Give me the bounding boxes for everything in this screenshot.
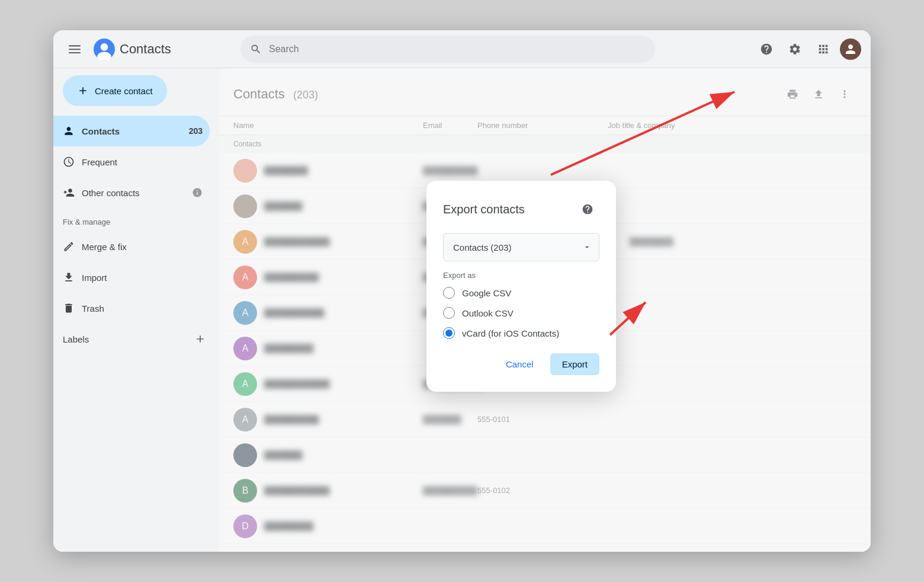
app-window: Contacts xyxy=(53,30,871,552)
import-icon xyxy=(63,271,75,283)
search-input[interactable] xyxy=(269,44,646,55)
help-button[interactable] xyxy=(755,37,778,61)
settings-icon xyxy=(788,43,801,56)
trash-icon xyxy=(63,302,75,314)
google-csv-label: Google CSV xyxy=(462,288,511,298)
dialog-actions: Cancel Export xyxy=(443,353,599,375)
topbar-right xyxy=(755,37,861,61)
vcard-radio[interactable] xyxy=(443,327,455,339)
content-area: Contacts (203) xyxy=(219,68,871,552)
contacts-badge: 203 xyxy=(189,126,203,136)
svg-point-4 xyxy=(101,43,108,51)
google-csv-radio[interactable] xyxy=(443,287,455,299)
sidebar-item-import[interactable]: Import xyxy=(53,262,210,293)
user-avatar[interactable] xyxy=(840,39,861,60)
frequent-icon xyxy=(63,156,75,168)
frequent-label: Frequent xyxy=(82,157,203,167)
import-label: Import xyxy=(82,273,203,283)
export-dialog: Export contacts Contacts (203) Export as xyxy=(426,181,616,392)
topbar: Contacts xyxy=(53,30,871,68)
topbar-left: Contacts xyxy=(63,37,240,61)
labels-section: Labels xyxy=(53,324,219,354)
create-contact-label: Create contact xyxy=(95,86,153,96)
dialog-help-icon xyxy=(582,203,593,215)
vcard-option[interactable]: vCard (for iOS Contacts) xyxy=(443,327,599,339)
trash-label: Trash xyxy=(82,303,203,314)
export-as-label: Export as xyxy=(443,271,599,280)
contacts-select[interactable]: Contacts (203) xyxy=(443,233,599,261)
vcard-label: vCard (for iOS Contacts) xyxy=(462,328,559,338)
create-contact-button[interactable]: Create contact xyxy=(63,75,167,106)
dialog-help-button[interactable] xyxy=(576,197,599,221)
dialog-overlay: Export contacts Contacts (203) Export as xyxy=(219,68,871,552)
cancel-button[interactable]: Cancel xyxy=(494,353,546,375)
avatar-icon xyxy=(843,42,858,56)
plus-icon xyxy=(77,85,89,97)
labels-title: Labels xyxy=(63,334,89,344)
sidebar: Create contact Contacts 203 Frequent Oth… xyxy=(53,68,219,552)
menu-button[interactable] xyxy=(63,37,86,61)
search-bar[interactable] xyxy=(240,36,655,63)
merge-label: Merge & fix xyxy=(82,242,203,252)
app-title: Contacts xyxy=(120,41,171,57)
contacts-logo-icon xyxy=(94,39,115,60)
dialog-title: Export contacts xyxy=(443,203,525,216)
outlook-csv-radio[interactable] xyxy=(443,307,455,319)
fix-manage-title: Fix & manage xyxy=(53,208,219,231)
svg-rect-0 xyxy=(69,45,81,46)
svg-rect-2 xyxy=(69,52,81,53)
contacts-label: Contacts xyxy=(82,126,182,136)
other-contacts-icon xyxy=(63,187,75,199)
app-logo: Contacts xyxy=(94,39,171,60)
sidebar-item-contacts[interactable]: Contacts 203 xyxy=(53,116,210,146)
apps-button[interactable] xyxy=(811,37,835,61)
sidebar-item-merge[interactable]: Merge & fix xyxy=(53,231,210,262)
export-button-dialog[interactable]: Export xyxy=(550,353,599,375)
merge-icon xyxy=(63,241,75,252)
add-label-button[interactable] xyxy=(191,330,210,348)
svg-line-8 xyxy=(551,92,734,175)
help-icon xyxy=(760,43,773,56)
info-icon xyxy=(192,187,203,198)
person-icon xyxy=(63,125,75,137)
outlook-csv-label: Outlook CSV xyxy=(462,308,514,318)
main-layout: Create contact Contacts 203 Frequent Oth… xyxy=(53,68,871,552)
sidebar-item-trash[interactable]: Trash xyxy=(53,293,210,324)
sidebar-item-other-contacts[interactable]: Other contacts xyxy=(53,177,210,208)
settings-button[interactable] xyxy=(783,37,807,61)
svg-rect-1 xyxy=(69,49,81,50)
dialog-header: Export contacts xyxy=(443,197,599,221)
sidebar-item-frequent[interactable]: Frequent xyxy=(53,146,210,177)
outlook-csv-option[interactable]: Outlook CSV xyxy=(443,307,599,319)
search-icon xyxy=(250,43,262,55)
add-label-icon xyxy=(194,333,206,345)
google-csv-option[interactable]: Google CSV xyxy=(443,287,599,299)
apps-icon xyxy=(817,43,830,56)
other-contacts-label: Other contacts xyxy=(82,188,185,198)
